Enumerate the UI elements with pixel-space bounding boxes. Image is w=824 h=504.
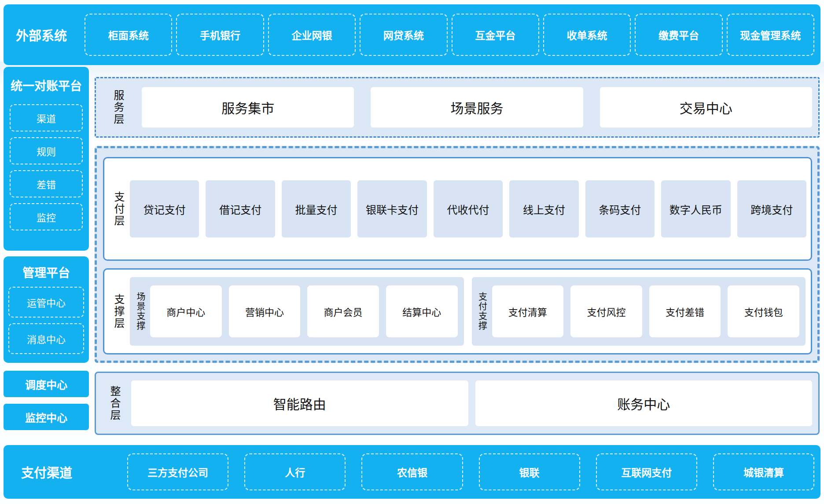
payment-support-items: 支付清算 支付风控 支付差错 支付钱包	[492, 285, 800, 337]
reconciliation-item: 规则	[10, 137, 83, 164]
integration-layer-section: 整合层 智能路由 账务中心	[95, 372, 820, 435]
external-system-item: 企业网银	[268, 14, 356, 56]
payment-channel-item: 人行	[244, 453, 346, 490]
payment-channel-item: 农信银	[361, 453, 463, 490]
payment-channels-bar: 支付渠道 三方支付公司 人行 农信银 银联 互联网支付 城银清算	[4, 445, 820, 499]
external-systems-label: 外部系统	[16, 26, 81, 44]
payment-layer-item: 跨境支付	[737, 180, 806, 237]
external-system-item: 网贷系统	[360, 14, 447, 56]
management-item: 消息中心	[8, 323, 84, 354]
external-system-item: 柜面系统	[85, 14, 172, 56]
core-layers-section: 支付层 贷记支付 借记支付 批量支付 银联卡支付 代收代付 线上支付 条码支付 …	[95, 146, 820, 363]
service-layer-items: 服务集市 场景服务 交易中心	[142, 87, 812, 128]
payment-channel-item: 城银清算	[713, 453, 814, 490]
payment-layer-item: 代收代付	[434, 180, 503, 237]
external-system-item: 收单系统	[543, 14, 631, 56]
scene-support-label: 场景支撑	[136, 292, 145, 331]
management-platform-panel: 管理平台 运管中心 消息中心	[4, 256, 89, 363]
payment-layer-section: 支付层 贷记支付 借记支付 批量支付 银联卡支付 代收代付 线上支付 条码支付 …	[103, 157, 812, 261]
payment-layer-item: 线上支付	[509, 180, 578, 237]
scene-support-item: 结算中心	[386, 285, 458, 337]
payment-support-label: 支付支撑	[478, 292, 487, 331]
reconciliation-item: 监控	[10, 203, 83, 230]
payment-channels-label: 支付渠道	[21, 463, 124, 481]
payment-layer-item: 数字人民币	[661, 180, 730, 237]
service-layer-item: 场景服务	[371, 87, 583, 128]
payment-support-item: 支付清算	[492, 285, 564, 337]
scene-support-item: 商户中心	[150, 285, 222, 337]
scene-support-item: 营销中心	[229, 285, 301, 337]
dispatch-center-block: 调度中心	[4, 371, 89, 397]
payment-support-item: 支付差错	[649, 285, 721, 337]
service-layer-section: 服务层 服务集市 场景服务 交易中心	[95, 77, 820, 138]
support-layer-label: 支撑层	[113, 294, 124, 329]
payment-support-item: 支付风控	[570, 285, 642, 337]
reconciliation-platform-panel: 统一对账平台 渠道 规则 差错 监控	[4, 67, 89, 251]
reconciliation-item: 渠道	[10, 104, 83, 131]
payment-layer-item: 借记支付	[206, 180, 275, 237]
payment-layer-item: 条码支付	[585, 180, 655, 237]
payment-layer-items: 贷记支付 借记支付 批量支付 银联卡支付 代收代付 线上支付 条码支付 数字人民…	[130, 180, 806, 237]
payment-layer-label: 支付层	[113, 191, 124, 227]
integration-layer-item: 智能路由	[131, 380, 468, 426]
external-system-item: 缴费平台	[635, 14, 722, 56]
payment-support-item: 支付钱包	[728, 285, 799, 337]
service-layer-label: 服务层	[113, 90, 123, 125]
payment-support-group: 支付支撑 支付清算 支付风控 支付差错 支付钱包	[472, 277, 806, 346]
reconciliation-platform-title: 统一对账平台	[11, 77, 82, 94]
scene-support-items: 商户中心 营销中心 商户会员 结算中心	[150, 285, 458, 337]
external-system-item: 手机银行	[176, 14, 264, 56]
payment-architecture-diagram: 外部系统 柜面系统 手机银行 企业网银 网贷系统 互金平台 收单系统 缴费平台 …	[0, 0, 824, 504]
support-layer-groups: 场景支撑 商户中心 营销中心 商户会员 结算中心 支付支撑 支付清算 支付风控 …	[130, 277, 806, 346]
reconciliation-item: 差错	[10, 170, 83, 197]
payment-channel-item: 互联网支付	[596, 453, 697, 490]
service-layer-item: 服务集市	[142, 87, 354, 128]
monitor-center-block: 监控中心	[4, 404, 89, 430]
management-platform-title: 管理平台	[22, 263, 70, 281]
external-system-item: 互金平台	[452, 14, 539, 56]
external-systems-bar: 外部系统 柜面系统 手机银行 企业网银 网贷系统 互金平台 收单系统 缴费平台 …	[4, 4, 820, 65]
external-system-item: 现金管理系统	[727, 14, 814, 56]
payment-layer-item: 贷记支付	[130, 180, 199, 237]
integration-layer-label: 整合层	[109, 386, 120, 421]
payment-channel-item: 银联	[479, 453, 580, 490]
reconciliation-platform-items: 渠道 规则 差错 监控	[10, 104, 83, 230]
service-layer-item: 交易中心	[600, 87, 812, 128]
support-layer-section: 支撑层 场景支撑 商户中心 营销中心 商户会员 结算中心 支付支撑 支付清算 支…	[103, 268, 812, 354]
payment-channel-item: 三方支付公司	[127, 453, 228, 490]
scene-support-group: 场景支撑 商户中心 营销中心 商户会员 结算中心	[130, 277, 464, 346]
integration-layer-item: 账务中心	[475, 380, 813, 426]
external-systems-items: 柜面系统 手机银行 企业网银 网贷系统 互金平台 收单系统 缴费平台 现金管理系…	[85, 14, 814, 56]
payment-channels-items: 三方支付公司 人行 农信银 银联 互联网支付 城银清算	[127, 453, 814, 490]
management-item: 运管中心	[8, 287, 84, 318]
payment-layer-item: 银联卡支付	[357, 180, 427, 237]
payment-layer-item: 批量支付	[282, 180, 351, 237]
integration-layer-items: 智能路由 账务中心	[131, 380, 812, 426]
scene-support-item: 商户会员	[307, 285, 379, 337]
management-platform-items: 运管中心 消息中心	[8, 287, 84, 354]
